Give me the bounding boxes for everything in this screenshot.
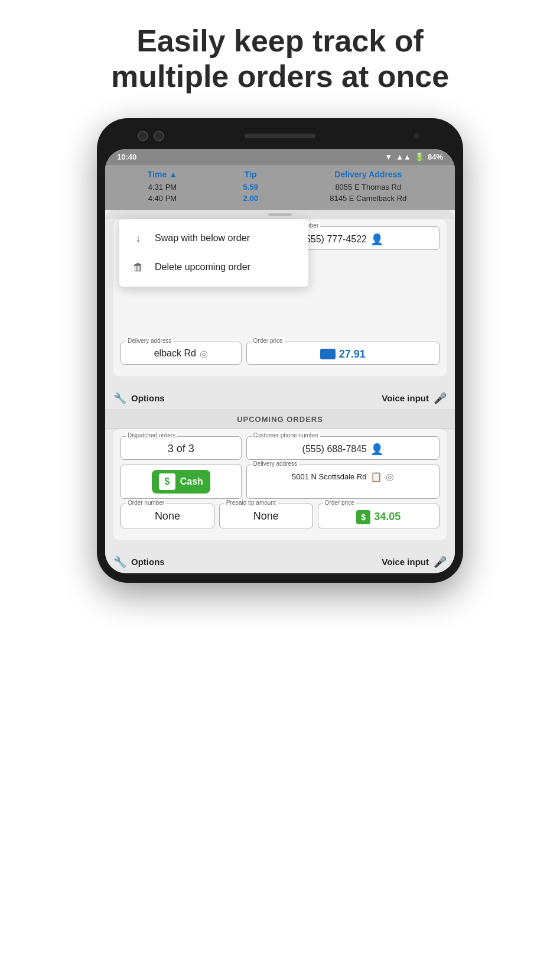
voice-input-button-2[interactable]: Voice input 🎤 <box>382 556 447 569</box>
cash-label: Cash <box>180 476 203 487</box>
order2-top-row: Dispatched orders 3 of 3 Customer phone … <box>121 436 439 460</box>
wrench-icon-2: 🔧 <box>113 556 126 569</box>
wrench-icon-1: 🔧 <box>113 392 126 405</box>
options-button-1[interactable]: 🔧 Options <box>113 392 165 405</box>
price-badge-1: 27.91 <box>320 348 366 361</box>
dispatched-orders-field-2: Dispatched orders 3 of 3 <box>121 436 242 460</box>
headline-line1: Easily keep track of <box>136 24 424 58</box>
phone-speaker <box>245 134 315 138</box>
dispatched-label-2: Dispatched orders <box>126 432 177 439</box>
person-icon-2: 👤 <box>370 443 383 456</box>
cash-dollar-icon: $ <box>159 473 175 490</box>
order1-bottom-row: Delivery address elback Rd ◎ Order price… <box>121 342 439 365</box>
prepaid-tip-label: Prepaid tip amount <box>224 499 278 506</box>
options-label-1: Options <box>131 393 165 403</box>
options-button-2[interactable]: 🔧 Options <box>113 556 165 569</box>
trash-icon: 🗑 <box>131 261 145 274</box>
swap-order-item[interactable]: ↓ Swap with below order <box>119 224 308 253</box>
price-amount-1: 27.91 <box>339 348 366 361</box>
phone-field-2[interactable]: Customer phone number (555) 688-7845 👤 <box>246 436 439 460</box>
dispatched-value-2: 3 of 3 <box>127 443 235 455</box>
table-row: 4:31 PM 5.59 8055 E Thomas Rd <box>113 183 447 191</box>
table-rows: 4:31 PM 5.59 8055 E Thomas Rd 4:40 PM 2.… <box>105 181 455 210</box>
tip-column-header[interactable]: Tip <box>211 170 290 179</box>
address-column-header: Delivery Address <box>290 170 447 179</box>
battery-percent: 84% <box>428 152 443 161</box>
order2-middle-row: $ Cash Delivery address 5001 N Scottsdal… <box>121 465 439 499</box>
time-column-header[interactable]: Time ▲ <box>113 170 211 179</box>
row2-time: 4:40 PM <box>113 194 211 203</box>
row1-address: 8055 E Thomas Rd <box>290 183 447 191</box>
price-field-1: Order price 27.91 <box>246 342 439 365</box>
headline-line2: multiple orders at once <box>111 59 449 93</box>
payment-method-field[interactable]: $ Cash <box>121 465 242 499</box>
order-number-label: Order number <box>126 499 166 506</box>
swap-down-icon: ↓ <box>131 232 145 245</box>
row2-address: 8145 E Camelback Rd <box>290 194 447 203</box>
address-label-1: Delivery address <box>126 337 173 344</box>
headline: Easily keep track of multiple orders at … <box>111 24 449 95</box>
prepaid-tip-value: None <box>226 510 307 522</box>
signal-icon: ▲▲ <box>396 152 411 161</box>
order-number-field: Order number None <box>121 504 214 528</box>
address-field-1[interactable]: Delivery address elback Rd ◎ <box>121 342 242 365</box>
battery-icon: 🔋 <box>415 152 424 161</box>
row1-tip: 5.59 <box>211 183 290 191</box>
target-icon-1: ◎ <box>200 348 208 359</box>
price-amount-2: 34.05 <box>374 511 401 523</box>
clipboard-icon: 📋 <box>370 471 382 482</box>
order2-bottom-row: Order number None Prepaid tip amount Non… <box>121 504 439 528</box>
status-bar: 10:40 ▼ ▲▲ 🔋 84% <box>105 149 455 165</box>
delete-order-label: Delete upcoming order <box>155 262 250 272</box>
voice-input-label-1: Voice input <box>382 393 429 403</box>
price-value-2: $ 34.05 <box>324 510 433 524</box>
order-number-value: None <box>127 510 208 522</box>
wifi-icon: ▼ <box>385 152 392 161</box>
row1-time: 4:31 PM <box>113 183 211 191</box>
status-icons: ▼ ▲▲ 🔋 84% <box>385 152 443 161</box>
price-label-1: Order price <box>252 337 285 344</box>
prepaid-tip-field: Prepaid tip amount None <box>219 504 313 528</box>
row2-tip: 2.00 <box>211 194 290 203</box>
voice-input-button-1[interactable]: Voice input 🎤 <box>382 392 447 405</box>
swap-order-label: Swap with below order <box>155 233 250 244</box>
address-field-2[interactable]: Delivery address 5001 N Scottsdale Rd 📋 … <box>246 465 439 499</box>
phone-notch <box>105 128 455 144</box>
status-time: 10:40 <box>117 152 136 161</box>
phone-camera-left <box>138 131 148 141</box>
target-icon-2: ◎ <box>386 471 394 482</box>
options-label-2: Options <box>131 557 165 567</box>
cash-badge: $ Cash <box>152 470 210 494</box>
sort-asc-icon: ▲ <box>169 170 177 179</box>
phone-dot <box>414 133 419 139</box>
options-row-1: 🔧 Options Voice input 🎤 <box>105 387 455 410</box>
options-row-2: 🔧 Options Voice input 🎤 <box>105 551 455 573</box>
mic-icon-1: 🎤 <box>434 392 447 405</box>
price-green-badge: $ 34.05 <box>356 510 401 524</box>
card-icon-1 <box>320 349 336 359</box>
mic-icon-2: 🎤 <box>434 556 447 569</box>
price-value-1: 27.91 <box>253 348 433 361</box>
phone-value-2: (555) 688-7845 👤 <box>253 443 433 456</box>
card-area: Dispatched orders 2 of 3 Customer phone … <box>105 219 455 387</box>
phone-label-2: Customer phone number <box>252 432 321 439</box>
order-2-area: Dispatched orders 3 of 3 Customer phone … <box>105 429 455 551</box>
scroll-pill <box>268 213 292 216</box>
order-2-card: Dispatched orders 3 of 3 Customer phone … <box>113 429 447 540</box>
phone-screen: 10:40 ▼ ▲▲ 🔋 84% Time ▲ Tip Delivery Add… <box>105 149 455 573</box>
context-menu: ↓ Swap with below order 🗑 Delete upcomin… <box>119 219 308 287</box>
table-header: Time ▲ Tip Delivery Address <box>105 165 455 181</box>
address-value-2: 5001 N Scottsdale Rd 📋 ◎ <box>253 471 433 482</box>
table-row: 4:40 PM 2.00 8145 E Camelback Rd <box>113 194 447 203</box>
price-field-2: Order price $ 34.05 <box>318 504 439 528</box>
voice-input-label-2: Voice input <box>382 557 429 567</box>
price-label-2: Order price <box>323 499 356 506</box>
delete-order-item[interactable]: 🗑 Delete upcoming order <box>119 253 308 282</box>
address-label-2: Delivery address <box>252 460 299 467</box>
phone-camera-right <box>154 131 164 141</box>
order-1-card: Dispatched orders 2 of 3 Customer phone … <box>113 219 447 376</box>
upcoming-orders-header: UPCOMING ORDERS <box>105 410 455 429</box>
scroll-handle[interactable] <box>105 210 455 219</box>
person-icon-1: 👤 <box>370 233 383 246</box>
address-value-1: elback Rd ◎ <box>127 348 235 359</box>
